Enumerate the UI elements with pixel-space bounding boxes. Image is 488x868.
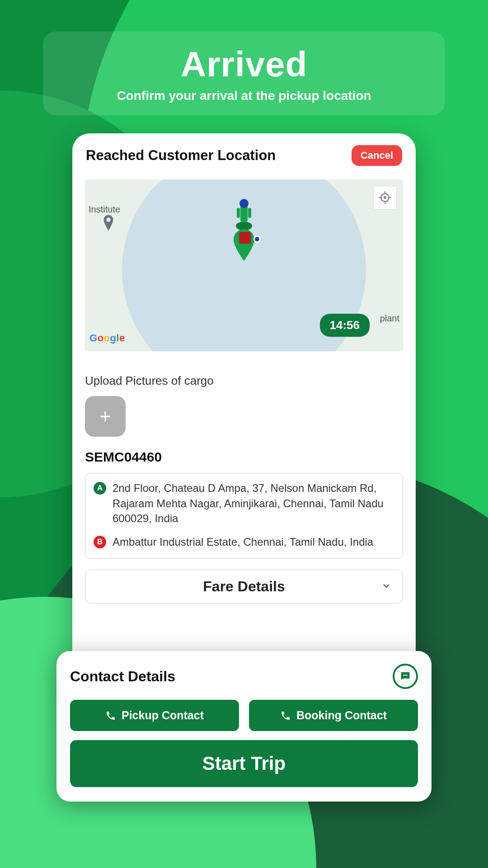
svg-point-6	[384, 196, 386, 199]
header-banner: Arrived Confirm your arrival at the pick…	[43, 32, 445, 115]
phone-icon	[105, 710, 116, 721]
card-title: Reached Customer Location	[86, 147, 276, 164]
svg-point-11	[403, 675, 404, 676]
trip-card: Reached Customer Location Cancel Institu…	[72, 133, 416, 708]
map-pin-icon	[102, 215, 115, 233]
pickup-contact-label: Pickup Contact	[122, 709, 204, 722]
booking-contact-button[interactable]: Booking Contact	[249, 700, 418, 731]
map[interactable]: Institute 14:56 plant Google	[85, 179, 403, 351]
banner-subtitle: Confirm your arrival at the pickup locat…	[117, 89, 371, 103]
svg-rect-4	[248, 208, 251, 218]
contact-panel: Contact Details Pickup Contact Booking C…	[56, 651, 432, 802]
recenter-button[interactable]	[373, 186, 397, 209]
map-marker-icon	[239, 232, 251, 244]
upload-section: Upload Pictures of cargo +	[85, 374, 403, 437]
contact-buttons-row: Pickup Contact Booking Contact	[70, 700, 418, 731]
current-location-dot-icon	[253, 236, 261, 243]
svg-point-13	[406, 675, 408, 676]
point-a-badge: A	[94, 482, 106, 495]
card-header: Reached Customer Location Cancel	[85, 143, 403, 171]
pickup-address: 2nd Floor, Chateau D Ampa, 37, Nelson Ma…	[113, 481, 394, 526]
google-logo: Google	[89, 332, 125, 344]
phone-icon	[280, 710, 291, 721]
chat-icon	[399, 670, 412, 683]
chevron-down-icon	[381, 580, 392, 593]
plus-icon: +	[99, 405, 111, 428]
banner-title: Arrived	[181, 44, 307, 85]
svg-point-12	[405, 675, 406, 676]
fare-details-toggle[interactable]: Fare Details	[85, 570, 403, 604]
drop-address: Ambattur Industrial Estate, Chennai, Tam…	[113, 534, 373, 550]
fare-details-label: Fare Details	[203, 578, 285, 595]
map-poi-label: plant	[380, 313, 399, 323]
contact-title: Contact Details	[70, 668, 175, 685]
address-card: A 2nd Floor, Chateau D Ampa, 37, Nelson …	[85, 473, 403, 559]
pickup-contact-button[interactable]: Pickup Contact	[70, 700, 239, 731]
chat-button[interactable]	[393, 664, 418, 689]
svg-point-2	[239, 199, 249, 208]
map-poi-label: Institute	[89, 204, 120, 215]
timer-badge: 14:56	[320, 314, 370, 337]
contact-header: Contact Details	[70, 664, 418, 689]
start-trip-button[interactable]: Start Trip	[70, 740, 418, 787]
point-b-badge: B	[94, 536, 106, 548]
upload-photo-button[interactable]: +	[85, 396, 126, 437]
crosshair-icon	[378, 191, 392, 204]
order-id: SEMC04460	[85, 449, 403, 465]
pickup-address-row: A 2nd Floor, Chateau D Ampa, 37, Nelson …	[94, 481, 394, 526]
drop-address-row: B Ambattur Industrial Estate, Chennai, T…	[94, 534, 394, 550]
svg-rect-3	[237, 208, 240, 218]
upload-label: Upload Pictures of cargo	[85, 374, 403, 388]
booking-contact-label: Booking Contact	[296, 709, 387, 722]
cancel-button[interactable]: Cancel	[352, 145, 402, 166]
